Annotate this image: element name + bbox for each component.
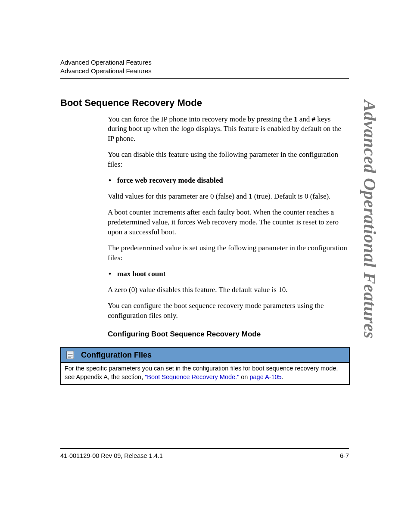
running-header: Advanced Operational Features Advanced O… (60, 58, 349, 76)
paragraph-5: The predetermined value is set using the… (108, 243, 349, 263)
header-rule (60, 78, 349, 79)
document-page: Advanced Operational Features Advanced O… (0, 0, 411, 532)
footer-doc-id: 41-001129-00 Rev 09, Release 1.4.1 (60, 452, 163, 459)
paragraph-7: You can configure the boot sequence reco… (108, 301, 349, 321)
config-body-mid: on (239, 373, 249, 380)
config-files-body: For the specific parameters you can set … (61, 363, 349, 384)
paragraph-6: A zero (0) value disables this feature. … (108, 285, 349, 295)
paragraph-2: You can disable this feature using the f… (108, 150, 349, 170)
config-files-header: Configuration Files (61, 347, 349, 363)
bullet-force-web-recovery: force web recovery mode disabled (108, 176, 349, 186)
p1-text-pre: You can force the IP phone into recovery… (108, 115, 294, 123)
footer-page-number: 6-7 (340, 452, 349, 459)
link-boot-sequence-recovery[interactable]: "Boot Sequence Recovery Mode." (145, 373, 239, 380)
config-files-box: Configuration Files For the specific par… (60, 347, 350, 385)
page-content: Advanced Operational Features Advanced O… (60, 58, 349, 385)
p1-text-mid: and (297, 115, 311, 123)
section-title: Boot Sequence Recovery Mode (60, 97, 349, 109)
paragraph-1: You can force the IP phone into recovery… (108, 115, 349, 144)
footer-rule (60, 448, 349, 449)
paragraph-4: A boot counter increments after each fau… (108, 208, 349, 237)
subheading-configuring: Configuring Boot Sequence Recovery Mode (108, 330, 349, 339)
bullet-max-boot-count: max boot count (108, 269, 349, 279)
header-line-1: Advanced Operational Features (60, 58, 349, 67)
config-files-title: Configuration Files (81, 351, 152, 360)
key-hash: # (312, 115, 316, 123)
link-page-a105[interactable]: page A-105 (249, 373, 281, 380)
document-icon (65, 350, 75, 360)
header-line-2: Advanced Operational Features (60, 67, 349, 75)
body-column: You can force the IP phone into recovery… (108, 115, 349, 339)
paragraph-3: Valid values for this parameter are 0 (f… (108, 192, 349, 202)
config-body-post: . (282, 373, 283, 380)
side-section-label: Advanced Operational Features (360, 100, 380, 339)
